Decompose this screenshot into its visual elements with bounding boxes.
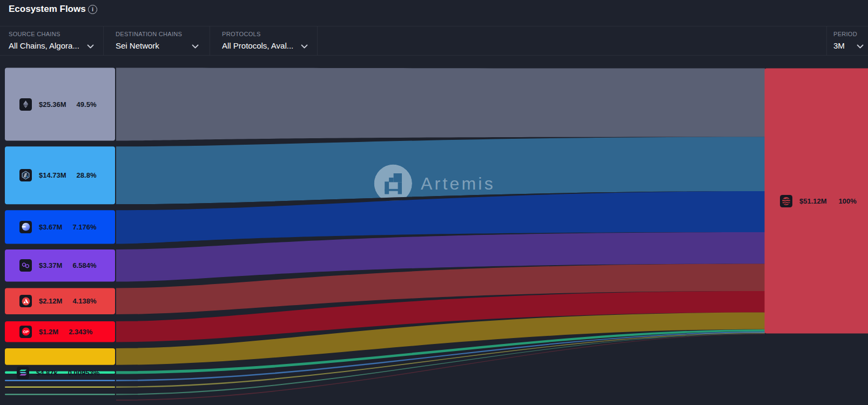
svg-text:Artemis: Artemis <box>421 174 495 193</box>
svg-text:OP: OP <box>23 329 29 334</box>
